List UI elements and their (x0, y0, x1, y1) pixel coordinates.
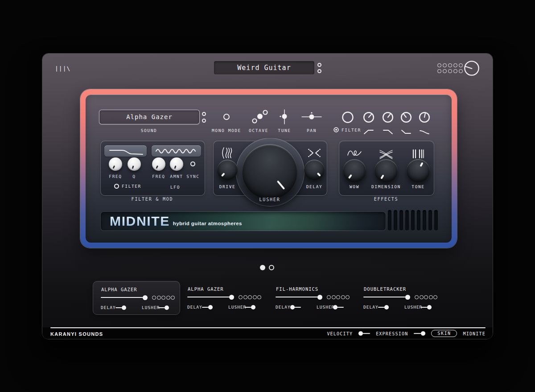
dot-icon[interactable] (243, 295, 247, 299)
tune-slider-icon[interactable] (279, 109, 290, 127)
radio-icon[interactable] (114, 184, 119, 189)
sound-selector-field[interactable]: Alpha Gazer (99, 110, 200, 124)
dot-icon[interactable] (152, 296, 156, 300)
dot-icon[interactable] (433, 295, 437, 299)
dot-icon[interactable] (336, 295, 340, 299)
lusher-mini-label: LUSHER (228, 305, 246, 309)
product-name: MIDNITE (463, 331, 486, 336)
filter-knob-icon[interactable] (342, 111, 354, 124)
dot-icon[interactable] (459, 69, 463, 73)
filter-knob-icon[interactable] (363, 111, 374, 123)
lusher-mini-slider[interactable] (333, 305, 344, 310)
wow-knob[interactable] (343, 159, 366, 182)
dial-indicator-icon[interactable] (463, 60, 480, 77)
preset-main-slider[interactable] (363, 294, 410, 300)
dot-icon[interactable] (257, 295, 261, 299)
dot-icon[interactable] (253, 295, 257, 299)
dot-icon[interactable] (346, 295, 350, 299)
variation-dots[interactable] (152, 296, 175, 300)
preset-main-slider[interactable] (276, 294, 322, 300)
dot-icon[interactable] (424, 295, 428, 299)
lusher-mini-slider[interactable] (421, 305, 432, 310)
preset-name: ALPHA GAZER (188, 286, 224, 292)
dot-icon[interactable] (161, 296, 165, 300)
filter-type-rise-icon[interactable] (363, 128, 374, 135)
dot-icon[interactable] (202, 112, 206, 116)
filter-knob-icon[interactable] (382, 111, 394, 123)
page-dot-active[interactable] (260, 265, 265, 270)
dimension-knob[interactable] (374, 159, 398, 182)
sound-nav-dots[interactable] (202, 112, 206, 123)
filter-freq-knob[interactable] (109, 157, 122, 171)
dot-icon[interactable] (443, 63, 447, 67)
dot-icon[interactable] (341, 295, 345, 299)
delay-mini-slider[interactable] (378, 305, 389, 310)
filter-type-lowdip-icon[interactable] (401, 128, 412, 135)
dot-icon[interactable] (317, 69, 321, 73)
filter-radio[interactable]: FILTER (333, 127, 361, 132)
skin-button[interactable]: SKIN (431, 330, 457, 337)
delay-mini-slider[interactable] (290, 305, 301, 310)
screenshot-stage: |||\ Weird Guitar Alpha Gazer SOUND MON (0, 0, 535, 392)
sync-toggle-icon[interactable] (190, 161, 195, 166)
dot-icon[interactable] (437, 69, 441, 73)
dot-icon[interactable] (157, 296, 161, 300)
octave-control-icon[interactable] (251, 109, 269, 124)
output-dot-grid-icon[interactable] (437, 63, 463, 73)
page-dot[interactable] (269, 265, 274, 270)
dot-icon[interactable] (332, 295, 336, 299)
lusher-mini-slider[interactable] (245, 305, 255, 310)
velocity-slider[interactable] (358, 331, 370, 336)
page-indicator[interactable] (260, 265, 274, 270)
knob-label: SYNC (184, 174, 202, 179)
lfo-wave-button[interactable] (152, 145, 201, 157)
dot-icon[interactable] (415, 295, 419, 299)
preset-nav-dots[interactable] (317, 63, 321, 73)
dot-icon[interactable] (420, 295, 424, 299)
dot-icon[interactable] (239, 295, 243, 299)
preset-title-display[interactable]: Weird Guitar (214, 61, 314, 74)
filter-knob-icon[interactable] (400, 111, 412, 123)
dot-icon[interactable] (248, 295, 252, 299)
variation-dots[interactable] (239, 295, 261, 299)
filter-curve-button[interactable] (104, 145, 147, 157)
dot-icon[interactable] (202, 119, 206, 123)
preset-card[interactable]: DOUBLETRACKER DELAY LUSHER (356, 281, 442, 314)
lusher-mini-slider[interactable] (158, 305, 169, 310)
dot-icon[interactable] (453, 69, 457, 73)
dot-icon[interactable] (429, 295, 433, 299)
expression-slider[interactable] (414, 331, 425, 336)
pan-slider-icon[interactable] (301, 111, 322, 122)
variation-dots[interactable] (327, 295, 350, 299)
dot-icon[interactable] (453, 63, 457, 67)
dot-icon[interactable] (327, 295, 331, 299)
preset-main-slider[interactable] (187, 294, 234, 300)
lfo-amnt-knob[interactable] (170, 157, 183, 171)
delay-mini-slider[interactable] (202, 305, 213, 310)
mono-mode-toggle-icon[interactable] (223, 114, 230, 120)
filter-group-radio[interactable]: FILTER (114, 184, 141, 189)
variation-dots[interactable] (415, 295, 437, 299)
preset-card[interactable]: FIL-HARMONICS DELAY LUSHER (268, 281, 354, 314)
dot-icon[interactable] (448, 69, 452, 73)
preset-main-slider[interactable] (101, 295, 148, 300)
radio-on-icon[interactable] (333, 127, 339, 132)
tone-knob[interactable] (407, 159, 430, 182)
lusher-knob[interactable] (242, 144, 297, 199)
filter-type-smooth-icon[interactable] (419, 128, 430, 135)
lfo-freq-knob[interactable] (152, 157, 165, 171)
delay-mini-slider[interactable] (115, 305, 126, 310)
dot-icon[interactable] (448, 63, 452, 67)
dot-icon[interactable] (166, 296, 170, 300)
dot-icon[interactable] (459, 63, 463, 67)
dot-icon[interactable] (443, 69, 447, 73)
dot-icon[interactable] (171, 296, 175, 300)
filter-q-knob[interactable] (128, 157, 141, 171)
dot-icon[interactable] (437, 63, 441, 67)
filter-knob-icon[interactable] (419, 111, 430, 123)
dot-icon[interactable] (317, 63, 321, 67)
filter-type-highcut-icon[interactable] (383, 128, 393, 135)
preset-card[interactable]: ALPHA GAZER DELAY LUSHER (180, 281, 266, 314)
preset-card[interactable]: ALPHA GAZER DELAY LUSHER (93, 281, 180, 315)
delay-knob[interactable] (304, 160, 325, 180)
